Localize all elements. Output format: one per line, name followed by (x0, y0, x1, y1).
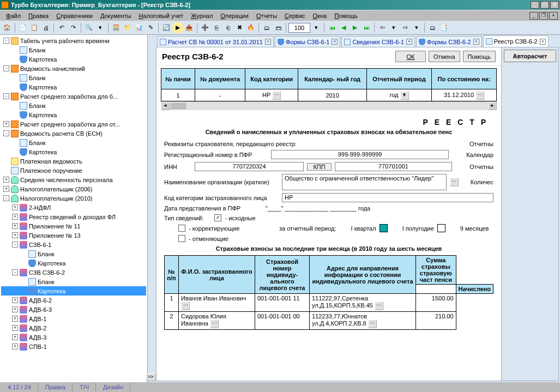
menu-Правка[interactable]: Правка (25, 11, 52, 20)
reload-icon[interactable]: 🔄 (161, 22, 172, 33)
tree-toggle-icon[interactable]: + (12, 343, 18, 349)
h1-radio[interactable] (437, 224, 445, 232)
fwd-drop-icon[interactable]: ▾ (411, 22, 422, 33)
cell-fio[interactable]: Сидорова Юлия Ивановна ⋯ (179, 312, 255, 330)
tree-node[interactable]: Картотека (1, 286, 146, 295)
clear-icon[interactable]: 🔥 (245, 22, 256, 33)
tree-toggle-icon[interactable]: + (12, 306, 18, 312)
tree-node[interactable]: -Ведомость расчета СВ (ЕСН) (1, 129, 146, 138)
add-icon[interactable]: ➕ (200, 22, 210, 33)
tree-toggle-icon[interactable]: + (12, 297, 18, 303)
tree-toggle-icon[interactable]: - (12, 269, 18, 275)
tree-node[interactable]: Бланк (1, 73, 146, 82)
undo-icon[interactable]: ↶ (56, 22, 67, 33)
tree-sidebar[interactable]: -Табель учета рабочего времениБланкКарто… (0, 35, 148, 382)
tree-node[interactable]: +2-НДФЛ (1, 203, 146, 212)
menu-Сервис[interactable]: Сервис (281, 11, 309, 20)
hscroll[interactable]: ◄ ► (161, 101, 497, 110)
tree-node[interactable]: Бланк (1, 249, 146, 258)
tab-close-icon[interactable]: × (265, 39, 271, 45)
tab[interactable]: Формы СЗВ-6-1× (275, 36, 341, 47)
tree-toggle-icon[interactable]: + (12, 232, 18, 238)
list-icon[interactable]: 📑 (438, 22, 449, 33)
tree-node[interactable]: -Табель учета рабочего времени (1, 36, 146, 45)
lookup-icon[interactable]: ⋯ (375, 301, 383, 310)
menu-Справочники[interactable]: Справочники (52, 11, 97, 20)
tree-toggle-icon[interactable]: - (12, 242, 18, 248)
tree-node[interactable]: Платежная ведомость (1, 156, 146, 166)
folder-icon[interactable]: 📁 (122, 22, 133, 33)
delete-icon[interactable]: ✖ (234, 22, 245, 33)
grid-cell[interactable]: НР ⋯ (245, 89, 298, 101)
menu-Журнал[interactable]: Журнал (187, 11, 216, 20)
tree-toggle-icon[interactable]: + (12, 204, 18, 210)
ok-button[interactable]: ОК (395, 51, 426, 62)
tree-node[interactable]: +Средняя численность персонала (1, 175, 146, 184)
search-icon[interactable]: 🔍 (83, 22, 94, 33)
tree-node[interactable]: +Реестр сведений о доходах ФЛ (1, 212, 146, 221)
tree-toggle-icon[interactable]: + (12, 316, 18, 322)
tree-node[interactable]: Платежное поручение (1, 166, 146, 175)
table-row[interactable]: 2Сидорова Юлия Ивановна ⋯001-001-001 001… (165, 312, 493, 330)
copy-icon[interactable]: 📄 (17, 22, 28, 33)
tree-toggle-icon[interactable]: + (3, 121, 9, 127)
tree-node[interactable]: +СПВ-1 (1, 342, 146, 351)
tree-toggle-icon[interactable]: - (3, 65, 9, 71)
tab[interactable]: Расчет СВ № 00001 от 31.01.2011× (157, 36, 274, 47)
tab[interactable]: Формы СЗВ-6-2× (416, 36, 482, 47)
menu-Файл[interactable]: Файл (2, 11, 25, 20)
home-icon[interactable]: 🏠 (2, 22, 13, 33)
minimize-button[interactable]: _ (531, 1, 539, 9)
nav-next-icon[interactable]: ▶ (350, 22, 360, 33)
menu-Документы[interactable]: Документы (97, 11, 135, 20)
close-button[interactable]: × (550, 1, 559, 9)
scroll-left-icon[interactable]: ◄ (161, 102, 170, 110)
tree-node[interactable]: Картотека (1, 82, 146, 92)
insert-icon[interactable]: ⎘ (211, 22, 222, 33)
edit-icon[interactable]: ✎ (145, 22, 156, 33)
help-button[interactable]: Помощь (463, 51, 496, 62)
tree-node[interactable]: -СЗВ-6-1 (1, 240, 146, 249)
menu-Операции[interactable]: Операции (216, 11, 252, 20)
nav-first-icon[interactable]: ⏮ (327, 22, 338, 33)
menu-Отчеты[interactable]: Отчеты (252, 11, 281, 20)
tree-node[interactable]: Картотека (1, 258, 146, 268)
copy2-icon[interactable]: ⎗ (222, 22, 233, 33)
back-drop-icon[interactable]: ▾ (388, 22, 399, 33)
tree-toggle-icon[interactable]: + (12, 325, 18, 331)
dropdown-icon[interactable]: ▾ (95, 22, 106, 33)
grid-cell[interactable]: 2010 (298, 89, 367, 101)
chart-icon[interactable]: 📊 (134, 22, 144, 33)
tab-close-icon[interactable]: × (406, 39, 412, 45)
org-lookup-button[interactable]: ⋯ (450, 178, 459, 186)
menu-Окна[interactable]: Окна (309, 11, 331, 20)
cell-snum[interactable]: 001-001-001 11 (255, 294, 310, 312)
grid-cell[interactable]: год ▼ (366, 89, 431, 101)
lookup-icon[interactable]: ⋯ (210, 319, 219, 328)
inn-field[interactable]: 7707220324 (195, 162, 304, 171)
tree-toggle-icon[interactable]: - (3, 93, 9, 99)
tab-close-icon[interactable]: × (332, 39, 338, 45)
menu-Налоговый учет[interactable]: Налоговый учет (135, 11, 188, 20)
tree-toggle-icon[interactable]: + (12, 214, 18, 220)
reg-pfr-field[interactable]: 999-999-999999 (271, 150, 449, 159)
redo-icon[interactable]: ↷ (68, 22, 79, 33)
tree-node[interactable]: Бланк (1, 277, 146, 286)
type-initial-checkbox[interactable]: ✓ (214, 214, 221, 221)
kpp-field[interactable]: 770701001 (335, 162, 452, 171)
table-row[interactable]: 1Иванов Иван Иванович ⋯001-001-001 11111… (165, 294, 493, 312)
tree-node[interactable]: Картотека (1, 55, 146, 64)
cell-addr[interactable]: 111222,97,Сретенка ул,Д.15,КОРП.5,КВ.45 … (310, 294, 416, 312)
tree-toggle-icon[interactable]: - (3, 38, 9, 44)
tree-node[interactable]: +АДВ-3 (1, 333, 146, 342)
status-design[interactable]: Дизайн (97, 383, 130, 391)
tree-node[interactable]: -Ведомость начислений (1, 64, 146, 73)
tab-close-icon[interactable]: × (540, 39, 546, 45)
tab[interactable]: Сведения СЗВ-6-1× (341, 36, 415, 47)
mdi-minimize-button[interactable]: _ (529, 12, 538, 20)
grid-cell[interactable]: 31.12.2010 ⋯ (432, 89, 497, 101)
back-icon[interactable]: ⇦ (377, 22, 388, 33)
lookup-icon[interactable]: ⋯ (272, 91, 281, 100)
tree-node[interactable]: +Приложение № 11 (1, 221, 146, 231)
grid-cell[interactable]: - (195, 89, 245, 101)
